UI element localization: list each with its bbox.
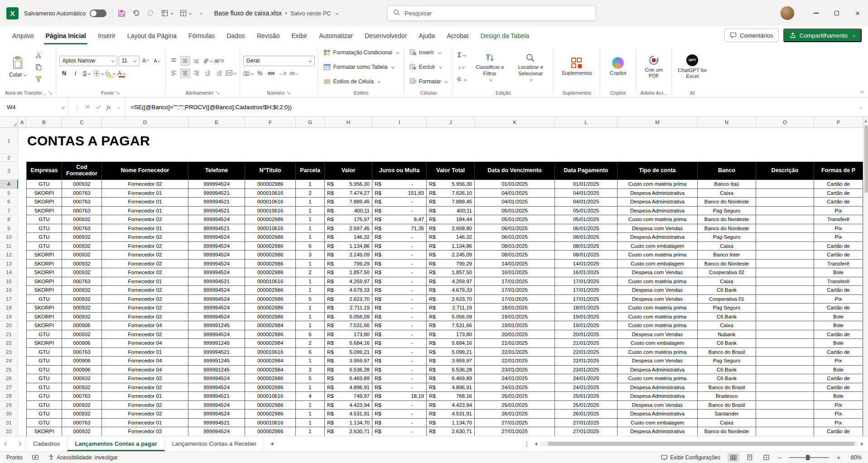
display-settings-button[interactable]: Exibir Configurações: [661, 454, 720, 461]
cell[interactable]: SKORPI: [26, 268, 62, 277]
cell[interactable]: 000002986: [245, 313, 296, 322]
table-header-cell[interactable]: N°Titulo: [245, 162, 296, 180]
cell[interactable]: 1: [296, 207, 325, 216]
cell[interactable]: R$4.679,33: [427, 286, 475, 295]
row-number[interactable]: 13: [0, 260, 18, 269]
cell[interactable]: 000763: [62, 189, 102, 198]
cell[interactable]: Custo com embalagem: [617, 419, 698, 428]
fill-button[interactable]: ↓: [456, 62, 467, 72]
cell[interactable]: Fornecedor 02: [102, 410, 188, 419]
cell[interactable]: 000932: [62, 251, 102, 260]
cell[interactable]: SKORPI: [26, 339, 62, 348]
cell[interactable]: 23/01/2025: [555, 366, 617, 375]
row-number[interactable]: 12: [0, 251, 18, 260]
wrap-text-button[interactable]: ab: [214, 56, 224, 66]
table-header-cell[interactable]: Formas de P: [814, 162, 863, 180]
cell[interactable]: Pix: [814, 295, 863, 304]
cell[interactable]: R$799,29: [325, 260, 372, 269]
cell[interactable]: R$2.630,71: [325, 427, 372, 436]
cell[interactable]: R$799,29: [427, 260, 475, 269]
find-select-button[interactable]: Localizar e Selecionar: [511, 52, 550, 81]
table-header-cell[interactable]: Banco: [698, 162, 756, 180]
cell[interactable]: R$-: [372, 401, 427, 410]
cell[interactable]: 999994524: [188, 215, 245, 224]
table-header-cell[interactable]: Telefone: [188, 162, 245, 180]
bold-button[interactable]: N: [59, 69, 69, 78]
column-a-cell[interactable]: [18, 224, 26, 233]
cell[interactable]: 25/01/2025: [475, 392, 555, 401]
cell[interactable]: Cartão de: [814, 242, 863, 251]
cell[interactable]: 000010616: [245, 189, 296, 198]
sheet-tab-lançamentos-contas-a-pagar[interactable]: Lançamentos Contas a pagar: [68, 436, 164, 451]
ribbon-tab-acrobat[interactable]: Acrobat: [441, 32, 474, 44]
cell[interactable]: 4: [296, 392, 325, 401]
cell[interactable]: 05/01/2025: [475, 207, 555, 216]
cell[interactable]: R$-: [372, 330, 427, 339]
cell[interactable]: 999994524: [188, 180, 245, 189]
search-input[interactable]: Pesquisar: [387, 5, 596, 21]
column-a-cell[interactable]: [18, 392, 26, 401]
cell[interactable]: [756, 268, 814, 277]
cell[interactable]: 18/01/2025: [475, 304, 555, 313]
cell[interactable]: 6: [296, 242, 325, 251]
cell[interactable]: 000010616: [245, 224, 296, 233]
cell[interactable]: SKORPI: [26, 260, 62, 269]
cell[interactable]: Banco do Brasil: [698, 401, 756, 410]
cell[interactable]: SKORPI: [26, 189, 62, 198]
row-number[interactable]: 28: [0, 392, 18, 401]
cell[interactable]: Fornecedor 01: [102, 392, 188, 401]
cell[interactable]: 14/01/2025: [555, 260, 617, 269]
cell[interactable]: 20/01/2025: [555, 330, 617, 339]
table-header-cell[interactable]: Empresas: [26, 162, 62, 180]
percent-format-button[interactable]: %: [255, 69, 265, 78]
cell[interactable]: 000932: [62, 295, 102, 304]
cell[interactable]: R$1.134,70: [427, 419, 475, 428]
cell[interactable]: 1: [296, 401, 325, 410]
cell[interactable]: 1: [296, 410, 325, 419]
cell[interactable]: R$7.531,66: [427, 321, 475, 330]
row-number[interactable]: 25: [0, 366, 18, 375]
column-a-cell[interactable]: [18, 330, 26, 339]
font-name-select[interactable]: Aptos Narrow: [59, 56, 117, 66]
cell[interactable]: R$-: [372, 419, 427, 428]
cell[interactable]: 000002986: [245, 304, 296, 313]
cell[interactable]: 000002984: [245, 357, 296, 366]
row-number[interactable]: 23: [0, 348, 18, 357]
column-header-K[interactable]: K: [475, 117, 555, 127]
cell[interactable]: R$71,35: [372, 224, 427, 233]
cell[interactable]: GTU: [26, 410, 62, 419]
cell[interactable]: Fornecedor 02: [102, 330, 188, 339]
cell[interactable]: Cooperativa 02: [698, 268, 756, 277]
cell[interactable]: R$-: [372, 313, 427, 322]
cell[interactable]: 999994524: [188, 260, 245, 269]
cell[interactable]: 22/01/2025: [555, 357, 617, 366]
cell[interactable]: 000002986: [245, 374, 296, 383]
cell[interactable]: Cartão de: [814, 286, 863, 295]
cell[interactable]: Fornecedor 02: [102, 374, 188, 383]
cell[interactable]: 000002986: [245, 268, 296, 277]
cell[interactable]: 1: [296, 357, 325, 366]
zoom-out-button[interactable]: −: [776, 454, 783, 461]
cell[interactable]: C6 Bank: [698, 374, 756, 383]
expand-formula-bar-icon[interactable]: [853, 98, 868, 116]
row-number[interactable]: 7: [0, 207, 18, 216]
cell[interactable]: GTU: [26, 357, 62, 366]
cell[interactable]: 08/01/2025: [475, 251, 555, 260]
align-left-icon[interactable]: [169, 68, 179, 78]
column-header-B[interactable]: B: [26, 117, 62, 127]
cell[interactable]: 000763: [62, 392, 102, 401]
scroll-up-icon[interactable]: [864, 120, 867, 122]
column-a-cell[interactable]: [18, 189, 26, 198]
row-number[interactable]: 3: [0, 162, 18, 180]
cell[interactable]: Bole: [814, 392, 863, 401]
cell[interactable]: Bole: [814, 366, 863, 375]
ribbon-tab-layout-da-página[interactable]: Layout da Página: [121, 32, 183, 44]
column-a-cell[interactable]: [18, 304, 26, 313]
cell[interactable]: Cartão de: [814, 251, 863, 260]
cell[interactable]: [756, 410, 814, 419]
cell[interactable]: R$4.531,91: [325, 410, 372, 419]
drag-handle-icon[interactable]: ⋮: [74, 104, 80, 111]
cell[interactable]: 1: [296, 224, 325, 233]
row-number[interactable]: 8: [0, 215, 18, 224]
cell[interactable]: 08/01/2025: [555, 242, 617, 251]
